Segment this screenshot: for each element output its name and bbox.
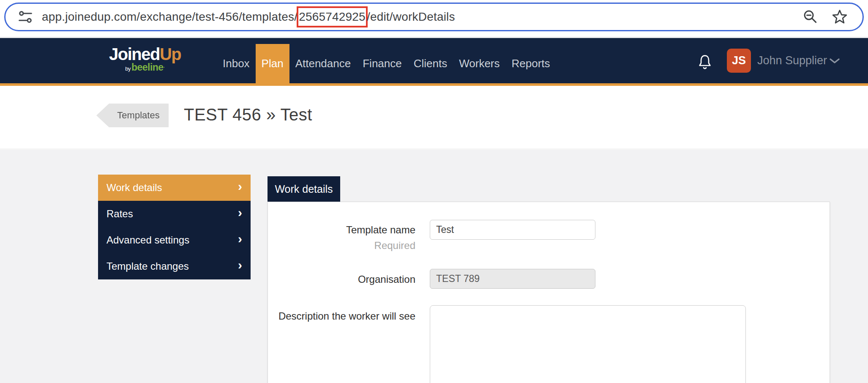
url-prefix: app.joinedup.com/exchange/test-456/templ… bbox=[42, 10, 298, 24]
nav-item-workers[interactable]: Workers bbox=[453, 44, 505, 83]
sidebar-item-advanced-settings[interactable]: Advanced settings › bbox=[98, 227, 251, 253]
template-name-label: Template name bbox=[268, 224, 415, 236]
url-suffix: /edit/workDetails bbox=[367, 10, 455, 24]
side-menu: Work details › Rates › Advanced settings… bbox=[98, 175, 251, 279]
nav-item-reports[interactable]: Reports bbox=[506, 44, 556, 83]
url-text[interactable]: app.joinedup.com/exchange/test-456/templ… bbox=[42, 6, 455, 27]
breadcrumb-bar: Templates TEST 456 » Test bbox=[0, 86, 868, 149]
chevron-right-icon: › bbox=[238, 186, 242, 189]
logo-beeline: beeline bbox=[131, 62, 164, 73]
page-title: TEST 456 » Test bbox=[184, 105, 312, 124]
templates-back-button[interactable]: Templates bbox=[96, 104, 169, 127]
nav-item-attendance[interactable]: Attendance bbox=[289, 44, 357, 83]
template-name-required-hint: Required bbox=[268, 239, 415, 252]
work-details-panel: Template name Required Organisation Desc… bbox=[267, 202, 830, 383]
logo-up: Up bbox=[160, 45, 181, 63]
description-label: Description the worker will see bbox=[268, 310, 415, 323]
nav-item-finance[interactable]: Finance bbox=[357, 44, 408, 83]
logo-joined: Joined bbox=[109, 45, 160, 63]
nav-item-plan[interactable]: Plan bbox=[256, 44, 289, 83]
omnibox-icons bbox=[802, 8, 848, 25]
nav-item-clients[interactable]: Clients bbox=[408, 44, 453, 83]
logo-byline: bybeeline· bbox=[109, 63, 181, 74]
url-template-id-highlight: 2565742925 bbox=[297, 6, 368, 27]
sidebar-item-rates[interactable]: Rates › bbox=[98, 201, 251, 227]
user-menu-chevron-down-icon[interactable] bbox=[829, 57, 840, 64]
notifications-bell-icon[interactable] bbox=[696, 53, 713, 72]
sidebar-item-label: Advanced settings bbox=[106, 234, 189, 246]
zoom-out-icon[interactable] bbox=[802, 9, 819, 25]
main-nav: Inbox Plan Attendance Finance Clients Wo… bbox=[217, 44, 556, 83]
organisation-input bbox=[430, 269, 595, 289]
sidebar-item-work-details[interactable]: Work details › bbox=[98, 175, 251, 201]
sidebar-item-label: Work details bbox=[106, 182, 162, 194]
chevron-right-icon: › bbox=[238, 265, 242, 268]
sidebar-item-label: Template changes bbox=[106, 260, 189, 272]
user-name[interactable]: John Supplier bbox=[757, 49, 827, 73]
chevron-right-icon: › bbox=[238, 213, 242, 215]
tab-work-details[interactable]: Work details bbox=[267, 176, 340, 202]
app-header: JoinedUp bybeeline· Inbox Plan Attendanc… bbox=[0, 38, 868, 86]
sidebar-item-template-changes[interactable]: Template changes › bbox=[98, 253, 251, 279]
content-area: Work details › Rates › Advanced settings… bbox=[0, 150, 868, 383]
user-avatar[interactable]: JS bbox=[727, 49, 751, 73]
organisation-label: Organisation bbox=[268, 273, 415, 286]
joinedup-logo[interactable]: JoinedUp bybeeline· bbox=[109, 46, 181, 74]
browser-bar: app.joinedup.com/exchange/test-456/templ… bbox=[0, 0, 868, 38]
site-settings-icon[interactable] bbox=[17, 9, 33, 25]
nav-item-inbox[interactable]: Inbox bbox=[217, 44, 256, 83]
template-name-input[interactable] bbox=[430, 220, 595, 240]
description-textarea[interactable] bbox=[430, 305, 746, 383]
logo-trademark: · bbox=[164, 65, 165, 70]
bookmark-star-icon[interactable] bbox=[831, 8, 848, 25]
screen: app.joinedup.com/exchange/test-456/templ… bbox=[0, 0, 868, 383]
chevron-right-icon: › bbox=[238, 239, 242, 241]
url-omnibox[interactable]: app.joinedup.com/exchange/test-456/templ… bbox=[4, 3, 864, 31]
logo-by: by bbox=[125, 66, 131, 72]
sidebar-item-label: Rates bbox=[106, 208, 133, 220]
logo-wordmark: JoinedUp bbox=[109, 46, 181, 63]
